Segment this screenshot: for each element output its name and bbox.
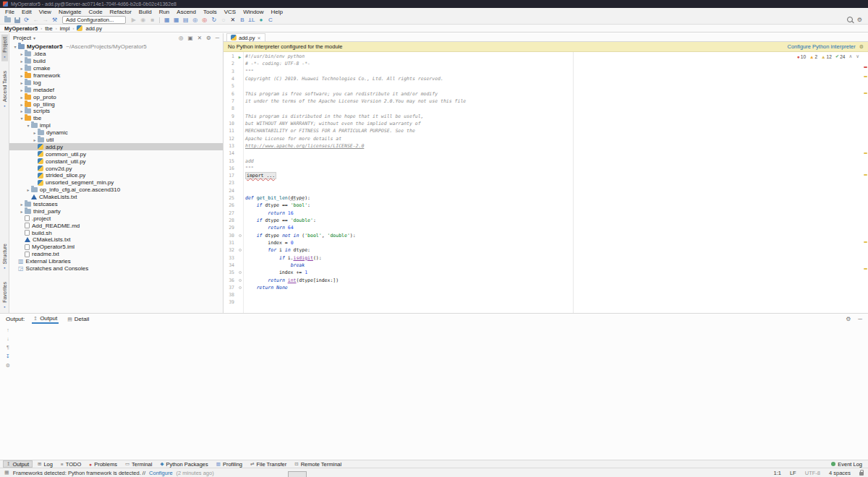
line-number[interactable]: 39 xyxy=(224,299,234,305)
debug-icon[interactable]: ◉ xyxy=(138,17,148,24)
menu-build[interactable]: Build xyxy=(135,9,156,15)
chevron-right-icon[interactable]: ▸ xyxy=(19,87,25,93)
menu-navigate[interactable]: Navigate xyxy=(55,9,85,15)
chevron-right-icon[interactable]: ▸ xyxy=(19,80,25,85)
tree-row-readme-txt[interactable]: readme.txt xyxy=(9,251,223,258)
fold-gutter-icon[interactable] xyxy=(234,286,245,289)
ascend-c-tool-icon[interactable]: C xyxy=(265,17,275,24)
ascend-dart-icon[interactable]: ◎ xyxy=(200,17,209,24)
output-tab-output[interactable]: ↥Output xyxy=(32,314,59,324)
code-area[interactable]: ●10 ▲2 ▲12 ✔24 ∧∨ 1▶#!/usr/bin/env pytho… xyxy=(224,52,868,313)
tree-row-log[interactable]: ▸log xyxy=(9,79,223,86)
locate-icon[interactable]: ◎ xyxy=(179,35,184,41)
tree-row-op_proto[interactable]: ▸op_proto xyxy=(9,93,223,100)
tree-row-add-py[interactable]: add.py xyxy=(9,143,223,150)
chevron-right-icon[interactable]: ▸ xyxy=(19,73,25,78)
line-number[interactable]: 9 xyxy=(224,113,234,119)
tree-row-tbe[interactable]: ▾tbe xyxy=(9,115,223,122)
menu-vcs[interactable]: VCS xyxy=(221,9,239,15)
tree-row-constant_util-py[interactable]: constant_util.py xyxy=(9,158,223,165)
configure-interpreter-link[interactable]: Configure Python interpreter xyxy=(788,43,856,50)
scroll-to-end-icon[interactable]: ↧ xyxy=(6,353,10,359)
sync-icon[interactable]: ⟳ xyxy=(22,17,31,24)
line-number[interactable]: 13 xyxy=(224,143,234,149)
line-number[interactable]: 29 xyxy=(224,225,234,231)
line-number[interactable]: 28 xyxy=(224,218,234,223)
error-stripe-mark[interactable] xyxy=(864,241,867,243)
line-number[interactable]: 30 xyxy=(224,233,234,239)
breadcrumb-item-add-py[interactable]: add.py xyxy=(85,25,102,32)
tree-row-impl[interactable]: ▾impl xyxy=(9,122,223,129)
indent-setting[interactable]: 4 spaces xyxy=(829,470,851,476)
banner-gear-icon[interactable]: ⚙ xyxy=(859,44,864,50)
breadcrumb-item-myoperator5[interactable]: MyOperator5 xyxy=(4,25,38,32)
status-configure-link[interactable]: Configure xyxy=(149,470,173,476)
toolwindow-tab-remote-terminal[interactable]: ⊡Remote Terminal xyxy=(292,460,344,468)
toolwindow-tab-python-packages[interactable]: ◆Python Packages xyxy=(157,460,210,468)
toolwindow-switcher-icon[interactable]: ▦ xyxy=(4,470,9,476)
stripe-tab-favorites[interactable]: ▪Favorites xyxy=(1,280,8,311)
ascend-tl-tool-icon[interactable]: ꞱL xyxy=(247,17,256,24)
chevron-right-icon[interactable]: ▸ xyxy=(19,209,25,214)
down-icon[interactable]: ↓ xyxy=(7,336,9,341)
line-number[interactable]: 38 xyxy=(224,292,234,298)
fold-gutter-icon[interactable] xyxy=(234,271,245,274)
lock-icon[interactable] xyxy=(859,472,864,476)
chevron-right-icon[interactable]: ▸ xyxy=(19,66,25,71)
line-number[interactable]: 25 xyxy=(224,195,234,201)
line-number[interactable]: 26 xyxy=(224,202,234,208)
ascend-target-icon[interactable]: ◎ xyxy=(190,17,200,24)
line-number[interactable]: 5 xyxy=(224,83,234,89)
save-icon[interactable] xyxy=(12,17,22,24)
menu-ascend[interactable]: Ascend xyxy=(173,9,200,15)
menu-edit[interactable]: Edit xyxy=(18,9,35,15)
tree-row-build[interactable]: ▸build xyxy=(9,58,223,65)
output-gear-icon[interactable]: ⚙ xyxy=(846,316,851,322)
tree-row-myoperator5-iml[interactable]: MyOperator5.iml xyxy=(9,244,223,251)
chevron-right-icon[interactable]: ▸ xyxy=(32,130,38,135)
tree-row-unsorted_segment_min-py[interactable]: unsorted_segment_min.py xyxy=(9,179,223,186)
chevron-down-icon[interactable]: ▾ xyxy=(19,116,25,121)
menu-window[interactable]: Window xyxy=(239,9,267,15)
settings-icon[interactable]: ⚙ xyxy=(206,35,211,41)
menu-file[interactable]: File xyxy=(1,9,18,15)
line-number[interactable]: 8 xyxy=(224,106,234,111)
close-icon[interactable]: ✕ xyxy=(258,35,261,40)
line-number[interactable]: 2 xyxy=(224,61,234,66)
menu-help[interactable]: Help xyxy=(268,9,286,15)
hide-icon[interactable]: ─ xyxy=(216,35,219,41)
ascend-refresh-icon[interactable]: ↻ xyxy=(209,17,218,24)
tree-row--idea[interactable]: ▸.idea xyxy=(9,51,223,58)
line-number[interactable]: 23 xyxy=(224,180,234,186)
folded-import-region[interactable]: import ... xyxy=(245,172,276,179)
tree-row-op_tiling[interactable]: ▸op_tiling xyxy=(9,100,223,108)
line-number[interactable]: 33 xyxy=(224,255,234,261)
wrench-icon[interactable]: ⚒ xyxy=(50,17,59,24)
toolwindow-tab-todo[interactable]: ≡TODO xyxy=(58,460,84,468)
ascend-model-converter-icon[interactable]: ▦ xyxy=(162,17,171,24)
output-settings-icon[interactable]: ⚙ xyxy=(6,363,10,369)
back-icon[interactable]: ← xyxy=(31,17,41,24)
menu-run[interactable]: Run xyxy=(156,9,174,15)
error-stripe-mark[interactable] xyxy=(864,66,867,68)
close-panel-icon[interactable]: ✕ xyxy=(197,35,202,41)
error-stripe-mark[interactable] xyxy=(864,152,867,154)
open-folder-icon[interactable] xyxy=(3,17,12,24)
project-panel-title[interactable]: Project xyxy=(13,35,31,41)
tree-row-conv2d-py[interactable]: conv2d.py xyxy=(9,165,223,172)
tree-row-framework[interactable]: ▸framework xyxy=(9,72,223,80)
error-stripe[interactable] xyxy=(863,52,867,313)
chevron-right-icon[interactable]: ▸ xyxy=(19,102,25,107)
caret-position[interactable]: 1:1 xyxy=(774,470,781,476)
up-icon[interactable]: ↑ xyxy=(7,327,9,332)
chevron-down-icon[interactable]: ▾ xyxy=(33,35,35,40)
soft-wrap-icon[interactable]: ¶ xyxy=(7,345,9,350)
stripe-tab-structure[interactable]: ▪Structure xyxy=(1,241,8,272)
fold-gutter-icon[interactable] xyxy=(234,249,245,252)
editor-tab-addpy[interactable]: add.py ✕ xyxy=(226,33,265,41)
line-ending[interactable]: LF xyxy=(790,470,796,476)
line-number[interactable]: 32 xyxy=(224,247,234,253)
tree-row-add_readme-md[interactable]: Add_README.md xyxy=(9,222,223,229)
line-number[interactable]: 27 xyxy=(224,210,234,216)
toolwindow-tab-profiling[interactable]: ▥Profiling xyxy=(213,460,245,468)
